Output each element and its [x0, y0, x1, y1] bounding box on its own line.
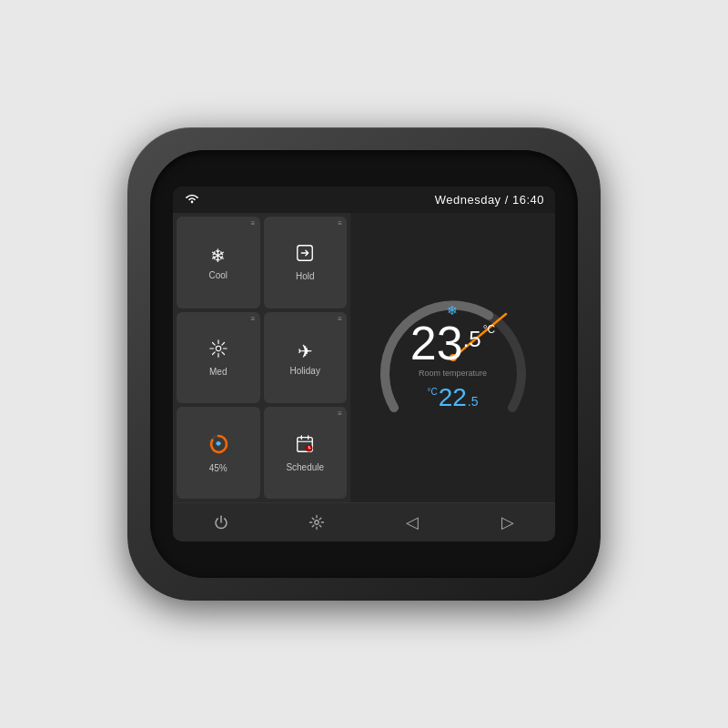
cool-icon: ❄ [210, 245, 226, 267]
med-menu-icon: ≡ [251, 316, 256, 323]
grid-row-2: ≡ Med ≡ ✈ Holida [177, 312, 347, 404]
med-icon [208, 339, 228, 363]
set-temp-decimal: .5 [468, 394, 479, 409]
set-temp-unit: °C [427, 387, 437, 397]
temp-unit: °C [483, 324, 495, 335]
med-label: Med [209, 367, 227, 377]
schedule-button[interactable]: ≡ Schedule [264, 407, 348, 499]
temp-number: 23 [410, 319, 463, 367]
back-button[interactable]: ◁ [364, 509, 460, 536]
humidity-button[interactable]: 45% [177, 407, 260, 499]
med-button[interactable]: ≡ Med [177, 312, 260, 404]
settings-button[interactable] [268, 509, 364, 536]
device-outer: Wednesday / 16:40 ≡ ❄ Cool ≡ [127, 127, 601, 601]
temp-main: 23 .5 °C [410, 319, 495, 367]
hold-menu-icon: ≡ [338, 220, 342, 228]
device-inner: Wednesday / 16:40 ≡ ❄ Cool ≡ [150, 150, 578, 578]
snowflake-icon: ❄ [447, 303, 458, 318]
wifi-icon [184, 192, 200, 207]
temp-display: ❄ 23 .5 °C Room temperature °C 22 .5 [410, 303, 495, 412]
svg-point-0 [191, 201, 194, 204]
set-temp: °C 22 .5 [427, 383, 478, 412]
cool-button[interactable]: ≡ ❄ Cool [177, 217, 260, 308]
grid-row-1: ≡ ❄ Cool ≡ Hold [177, 217, 347, 308]
datetime: Wednesday / 16:40 [435, 193, 544, 207]
cool-menu-icon: ≡ [251, 220, 256, 228]
left-panel: ≡ ❄ Cool ≡ Hold [173, 213, 350, 502]
svg-point-8 [314, 521, 318, 525]
bottom-nav: ◁ ▷ [173, 502, 555, 541]
temp-decimal: .5 [463, 329, 481, 350]
holiday-icon: ✈ [298, 340, 313, 362]
humidity-icon [207, 433, 229, 460]
set-temp-number: 22 [439, 383, 467, 412]
right-panel: ❄ 23 .5 °C Room temperature °C 22 .5 [350, 213, 555, 502]
holiday-label: Holiday [290, 366, 320, 376]
hold-button[interactable]: ≡ Hold [264, 217, 348, 308]
room-label: Room temperature [419, 369, 487, 378]
schedule-menu-icon: ≡ [338, 410, 342, 418]
forward-icon: ▷ [501, 512, 514, 532]
screen: Wednesday / 16:40 ≡ ❄ Cool ≡ [173, 187, 555, 541]
cool-label: Cool [208, 270, 228, 280]
temp-gauge: ❄ 23 .5 °C Room temperature °C 22 .5 [371, 276, 535, 440]
humidity-label: 45% [209, 463, 228, 473]
grid-row-3: 45% ≡ [177, 407, 347, 499]
holiday-button[interactable]: ≡ ✈ Holiday [264, 312, 348, 404]
forward-button[interactable]: ▷ [460, 509, 555, 536]
top-bar: Wednesday / 16:40 [173, 187, 555, 213]
holiday-menu-icon: ≡ [338, 316, 342, 323]
hold-icon [295, 243, 315, 268]
schedule-icon [295, 434, 315, 459]
svg-point-2 [216, 346, 221, 351]
back-icon: ◁ [406, 512, 419, 532]
hold-label: Hold [296, 271, 315, 281]
power-button[interactable] [173, 509, 268, 536]
main-content: ≡ ❄ Cool ≡ Hold [173, 213, 555, 502]
schedule-label: Schedule [286, 462, 324, 472]
